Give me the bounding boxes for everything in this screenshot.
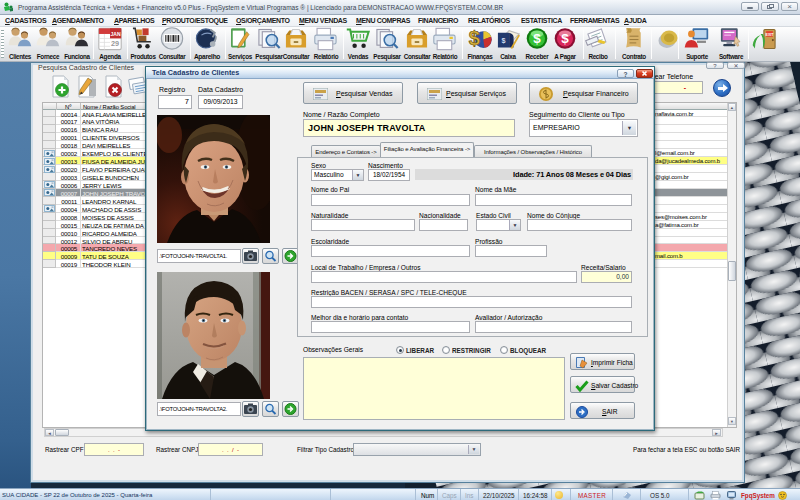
svg-text:$: $ bbox=[501, 36, 505, 45]
svg-text:$: $ bbox=[469, 27, 480, 49]
svg-text:JAN: JAN bbox=[111, 31, 121, 37]
svg-text:$: $ bbox=[561, 31, 569, 46]
svg-text:$: $ bbox=[533, 31, 541, 46]
svg-text:29: 29 bbox=[111, 39, 119, 48]
svg-text:EXIT: EXIT bbox=[766, 33, 775, 37]
